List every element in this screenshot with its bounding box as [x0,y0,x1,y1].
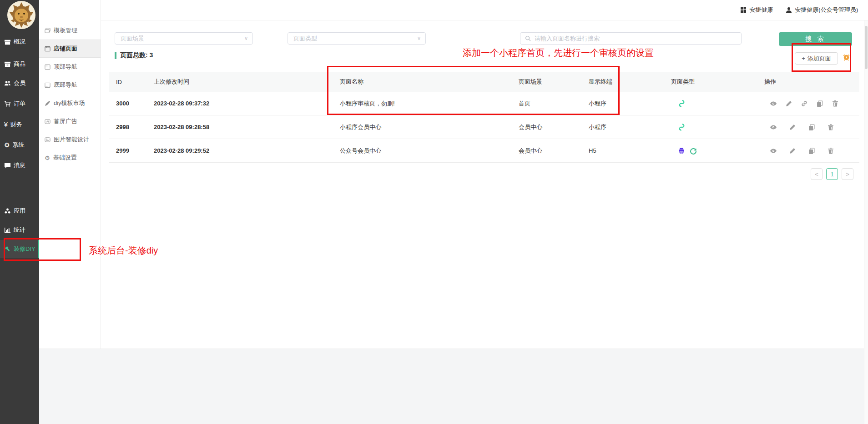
prev-page-button[interactable]: < [811,168,823,180]
menu-item-basic-settings[interactable]: ⚙ 基础设置 [39,151,101,165]
message-icon [4,162,11,169]
active-indicator [38,240,39,258]
cell-name: 小程序会员中心 [340,115,381,139]
total-count-label: 页面总数: 3 [120,51,153,60]
cell-type-icons [678,92,686,115]
image-icon [45,137,50,143]
view-icon[interactable] [770,147,777,155]
sidebar-item-orders[interactable]: 订单 [0,96,39,111]
merchant-entry[interactable]: 安捷健康 [740,6,773,14]
menu-item-shop-pages[interactable]: 店铺页面 [39,40,101,58]
page-type-select[interactable]: ∨ [288,32,426,45]
sidebar-item-overview[interactable]: 概况 [0,34,39,50]
sidebar-item-label: 统计 [14,226,25,234]
cell-actions [770,92,839,115]
pages-table: ID 上次修改时间 页面名称 页面场景 显示终端 页面类型 操作 3000 20… [109,72,859,163]
view-icon[interactable] [770,124,777,131]
shop-page-icon [45,46,50,52]
col-scene: 页面场景 [519,72,542,92]
view-icon[interactable] [770,100,777,107]
sidebar-item-finance[interactable]: ¥ 财务 [0,117,39,132]
menu-item-splash-ad[interactable]: 首屏广告 [39,115,101,128]
delete-icon[interactable] [827,147,834,155]
menu-item-label: 店铺页面 [54,45,77,53]
cell-scene: 会员中心 [519,139,542,162]
copy-icon[interactable] [808,124,815,131]
user-entry[interactable]: 安捷健康(公众号管理员) [786,6,858,14]
search-button[interactable]: 搜 索 [779,32,852,46]
overview-icon [4,39,11,45]
link-icon[interactable] [801,100,808,107]
sidebar-item-messages[interactable]: 消息 [0,158,39,173]
cell-type-icons [678,115,686,139]
menu-item-label: 图片智能设计 [54,135,89,144]
search-box[interactable] [520,32,742,45]
sidebar-item-system[interactable]: ⚙ 系统 [0,137,39,153]
primary-sidebar: 概况 商品 会员 订单 ¥ 财务 ⚙ 系统 消息 应用 统计 装修DIY [0,0,39,424]
search-icon [525,35,531,41]
table-row: 2998 2023-02-28 09:28:58 小程序会员中心 会员中心 小程… [109,115,859,139]
cell-time: 2023-02-28 09:28:58 [154,115,209,139]
next-page-button[interactable]: > [842,168,853,180]
plus-icon: + [802,55,805,62]
menu-item-top-nav[interactable]: 顶部导航 [39,60,101,74]
menu-item-label: 模板管理 [54,26,77,35]
menu-item-label: 底部导航 [54,81,77,89]
scrollbar[interactable] [864,20,868,424]
page-1-button[interactable]: 1 [826,168,838,180]
sidebar-item-stats[interactable]: 统计 [0,222,39,238]
edit-icon[interactable] [789,147,796,155]
avatar[interactable] [7,0,36,30]
top-nav-icon [45,64,50,70]
scrollbar-thumb[interactable] [865,26,868,69]
col-id: ID [116,72,122,92]
ad-icon [45,119,50,125]
copy-icon[interactable] [808,147,815,155]
annotation-bottom: 系统后台-装修diy [89,244,158,257]
main-content: ∨ ∨ 搜 索 页面总数: 3 添加一个小程序首页，先进行一个审核页的设置 + … [101,20,868,349]
print-icon [678,147,685,155]
cloud-sync-icon [690,147,697,155]
cell-terminal: 小程序 [589,92,606,115]
menu-item-image-design[interactable]: 图片智能设计 [39,133,101,146]
cell-name: 公众号会员中心 [340,139,381,162]
delete-icon[interactable] [827,124,834,131]
menu-item-template-manage[interactable]: 模板管理 [39,24,101,37]
hammer-icon [4,246,11,253]
add-page-button[interactable]: + 添加页面 [795,52,838,65]
menu-item-diy-market[interactable]: diy模板市场 [39,96,101,110]
sidebar-item-apps[interactable]: 应用 [0,203,39,219]
sidebar-item-label: 装修DIY [14,245,35,253]
add-page-label: 添加页面 [807,55,831,63]
sidebar-item-label: 概况 [14,38,25,46]
sidebar-item-diy[interactable]: 装修DIY [0,240,39,258]
delete-icon[interactable] [832,100,839,107]
page-background [39,349,868,424]
sidebar-item-label: 消息 [14,161,25,170]
menu-item-bottom-nav[interactable]: 底部导航 [39,78,101,92]
cell-scene: 会员中心 [519,115,542,139]
edit-icon[interactable] [789,124,796,131]
search-input[interactable] [534,35,737,42]
cell-terminal: H5 [589,139,596,162]
miniprogram-icon [678,123,686,131]
cell-terminal: 小程序 [589,115,606,139]
edit-icon[interactable] [785,100,792,107]
cell-id: 2999 [116,139,129,162]
cell-name: 小程序审核页，勿删! [340,92,395,115]
goods-icon [4,61,11,68]
template-icon [45,28,50,34]
lion-logo-icon [7,0,36,30]
page-type-select-input[interactable] [293,35,414,42]
gear-icon: ⚙ [45,155,50,161]
cell-scene: 首页 [519,92,530,115]
sidebar-item-members[interactable]: 会员 [0,75,39,91]
page-scene-select-input[interactable] [120,35,242,42]
sidebar-item-goods[interactable]: 商品 [0,56,39,72]
page-scene-select[interactable]: ∨ [115,32,253,45]
members-icon [4,80,11,87]
alarm-bell-icon[interactable] [843,54,850,63]
col-terminal: 显示终端 [589,72,612,92]
copy-icon[interactable] [816,100,823,107]
user-icon [786,7,792,13]
